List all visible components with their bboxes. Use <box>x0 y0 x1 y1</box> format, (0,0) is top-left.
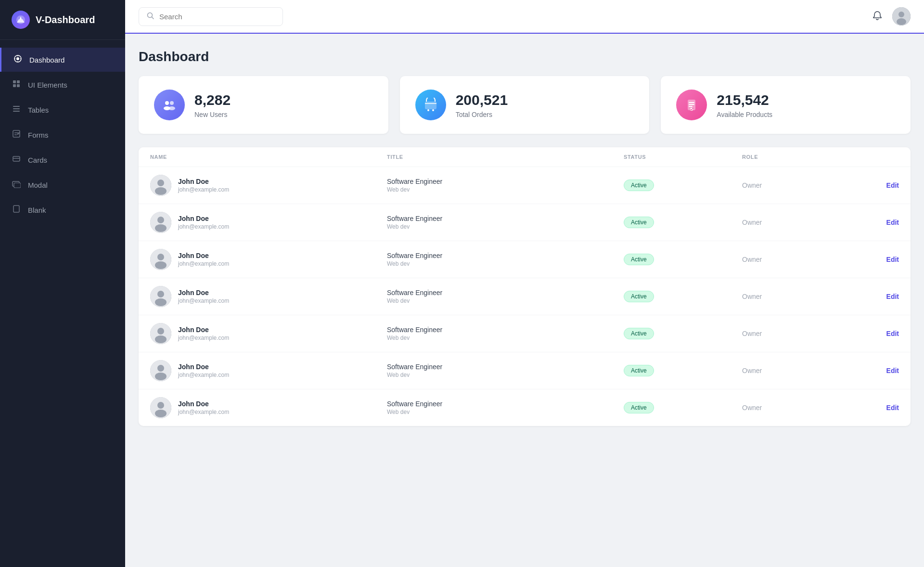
role-cell: Owner <box>742 367 860 374</box>
job-subtitle: Web dev <box>387 223 624 230</box>
table-row: John Doe john@example.com Software Engin… <box>139 167 911 204</box>
user-name: John Doe <box>178 215 229 222</box>
status-badge: Active <box>624 402 654 413</box>
role-cell: Owner <box>742 256 860 263</box>
status-cell: Active <box>624 402 742 413</box>
user-email: john@example.com <box>178 297 229 304</box>
user-email: john@example.com <box>178 409 229 415</box>
job-title: Software Engineer <box>387 252 624 259</box>
main-content: Dashboard 8,282 New Users <box>125 0 924 567</box>
status-cell: Active <box>624 217 742 228</box>
table-body: John Doe john@example.com Software Engin… <box>139 167 911 426</box>
edit-button[interactable]: Edit <box>860 367 899 374</box>
edit-button[interactable]: Edit <box>860 219 899 226</box>
status-badge: Active <box>624 254 654 265</box>
svg-point-51 <box>157 365 164 372</box>
user-email: john@example.com <box>178 335 229 341</box>
role-cell: Owner <box>742 330 860 337</box>
search-input[interactable] <box>159 13 275 21</box>
sidebar-item-dashboard[interactable]: Dashboard <box>0 48 125 72</box>
table-header: NAME TITLE STATUS ROLE <box>139 147 911 167</box>
job-title: Software Engineer <box>387 326 624 334</box>
tables-icon <box>12 104 21 115</box>
user-avatar-small <box>150 286 171 307</box>
user-name: John Doe <box>178 289 229 296</box>
user-avatar[interactable] <box>892 7 911 26</box>
modal-icon <box>12 180 21 190</box>
svg-point-49 <box>155 335 167 343</box>
svg-point-29 <box>168 106 175 110</box>
svg-point-55 <box>155 410 167 417</box>
sidebar-item-modal[interactable]: Modal <box>0 173 125 197</box>
table-row: John Doe john@example.com Software Engin… <box>139 389 911 426</box>
svg-line-22 <box>152 17 154 19</box>
stat-card-users: 8,282 New Users <box>139 76 388 134</box>
sidebar-item-cards[interactable]: Cards <box>0 148 125 172</box>
title-cell: Software Engineer Web dev <box>387 400 624 415</box>
edit-button[interactable]: Edit <box>860 293 899 300</box>
svg-point-26 <box>165 101 169 105</box>
topbar-right <box>872 7 911 26</box>
orders-icon-wrap <box>415 90 446 120</box>
svg-point-54 <box>157 402 164 409</box>
title-cell: Software Engineer Web dev <box>387 363 624 378</box>
blank-icon <box>12 205 21 215</box>
user-cell: John Doe john@example.com <box>150 397 387 418</box>
svg-point-39 <box>157 217 164 223</box>
user-email: john@example.com <box>178 223 229 230</box>
sidebar-item-blank[interactable]: Blank <box>0 198 125 222</box>
sidebar-item-forms[interactable]: Forms <box>0 123 125 147</box>
sidebar-item-forms-label: Forms <box>28 131 49 139</box>
table-row: John Doe john@example.com Software Engin… <box>139 315 911 352</box>
role-cell: Owner <box>742 293 860 300</box>
user-email: john@example.com <box>178 372 229 378</box>
job-subtitle: Web dev <box>387 297 624 304</box>
user-avatar-small <box>150 323 171 344</box>
table-row: John Doe john@example.com Software Engin… <box>139 278 911 315</box>
edit-button[interactable]: Edit <box>860 181 899 189</box>
status-cell: Active <box>624 365 742 376</box>
svg-point-48 <box>157 328 164 335</box>
page-title: Dashboard <box>139 49 911 64</box>
search-icon <box>147 12 154 21</box>
sidebar-item-ui-elements[interactable]: UI Elements <box>0 73 125 97</box>
svg-point-52 <box>155 373 167 380</box>
svg-point-31 <box>427 109 429 111</box>
svg-point-36 <box>157 180 164 186</box>
sidebar-logo: V-Dashboard <box>0 0 125 40</box>
status-badge: Active <box>624 217 654 228</box>
products-icon-wrap <box>676 90 707 120</box>
job-title: Software Engineer <box>387 289 624 296</box>
notification-bell-icon[interactable] <box>872 10 883 23</box>
status-cell: Active <box>624 254 742 265</box>
svg-rect-11 <box>13 108 20 109</box>
svg-point-43 <box>155 261 167 269</box>
stats-row: 8,282 New Users 200,521 Total Or <box>139 76 911 134</box>
col-header-action <box>860 154 899 160</box>
svg-rect-30 <box>425 102 436 109</box>
job-title: Software Engineer <box>387 215 624 222</box>
dashboard-icon <box>13 54 23 65</box>
ui-elements-icon <box>12 79 21 90</box>
svg-rect-20 <box>13 206 19 212</box>
svg-rect-19 <box>14 183 21 188</box>
col-header-name: NAME <box>150 154 387 160</box>
job-title: Software Engineer <box>387 400 624 408</box>
logo-icon <box>12 11 30 29</box>
user-cell: John Doe john@example.com <box>150 249 387 270</box>
user-avatar-small <box>150 360 171 381</box>
stat-card-orders: 200,521 Total Orders <box>400 76 650 134</box>
role-cell: Owner <box>742 181 860 189</box>
table-row: John Doe john@example.com Software Engin… <box>139 241 911 278</box>
svg-point-25 <box>897 18 906 25</box>
user-email: john@example.com <box>178 260 229 267</box>
edit-button[interactable]: Edit <box>860 404 899 412</box>
edit-button[interactable]: Edit <box>860 330 899 337</box>
topbar <box>125 0 924 34</box>
user-cell: John Doe john@example.com <box>150 212 387 233</box>
stat-card-products: 215,542 Available Products <box>661 76 911 134</box>
sidebar-item-tables[interactable]: Tables <box>0 98 125 122</box>
edit-button[interactable]: Edit <box>860 256 899 263</box>
search-box[interactable] <box>139 7 283 26</box>
title-cell: Software Engineer Web dev <box>387 326 624 341</box>
